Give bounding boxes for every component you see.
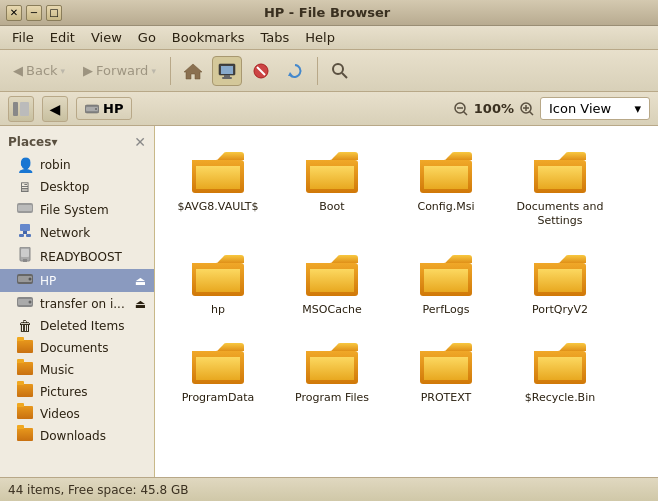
minimize-button[interactable]: − xyxy=(26,5,42,21)
main-area: Places ▾ ✕ 👤 robin 🖥 Desktop File System xyxy=(0,126,658,477)
sidebar-item-transfer[interactable]: transfer on i... ⏏ xyxy=(0,292,154,315)
sidebar-item-documents[interactable]: Documents xyxy=(0,337,154,359)
sidebar-label-music: Music xyxy=(40,363,74,377)
forward-arrow-icon: ▶ xyxy=(83,63,93,78)
back-label: Back xyxy=(26,63,58,78)
network-icon xyxy=(16,224,34,241)
file-label: hp xyxy=(211,303,225,317)
menu-help[interactable]: Help xyxy=(297,28,343,47)
maximize-button[interactable]: □ xyxy=(46,5,62,21)
statusbar: 44 items, Free space: 45.8 GB xyxy=(0,477,658,501)
sidebar-item-pictures[interactable]: Pictures xyxy=(0,381,154,403)
sidebar-label-pictures: Pictures xyxy=(40,385,88,399)
folder-icon xyxy=(530,249,590,297)
sidebar-item-music[interactable]: Music xyxy=(0,359,154,381)
menu-file[interactable]: File xyxy=(4,28,42,47)
folder-icon xyxy=(530,146,590,194)
folder-svg xyxy=(188,146,248,196)
file-item[interactable]: Program Files xyxy=(277,329,387,413)
sidebar-toggle-button[interactable] xyxy=(8,96,34,122)
toolbar: ◀ Back ▾ ▶ Forward ▾ xyxy=(0,50,658,92)
file-label: Documents and Settings xyxy=(510,200,610,229)
music-folder-icon xyxy=(16,362,34,378)
svg-line-16 xyxy=(463,111,467,115)
sidebar-item-readyboost[interactable]: READYBOOST xyxy=(0,244,154,269)
file-item[interactable]: Config.Msi xyxy=(391,138,501,237)
file-item[interactable]: ProgramData xyxy=(163,329,273,413)
sidebar-item-robin[interactable]: 👤 robin xyxy=(0,154,154,176)
menu-go[interactable]: Go xyxy=(130,28,164,47)
sidebar-item-desktop[interactable]: 🖥 Desktop xyxy=(0,176,154,198)
folder-svg xyxy=(302,249,362,299)
file-item[interactable]: PerfLogs xyxy=(391,241,501,325)
folder-svg xyxy=(416,146,476,196)
forward-button[interactable]: ▶ Forward ▾ xyxy=(76,58,163,83)
folder-icon xyxy=(302,337,362,385)
sidebar-item-filesystem[interactable]: File System xyxy=(0,198,154,221)
file-item[interactable]: Documents and Settings xyxy=(505,138,615,237)
sidebar-item-hp[interactable]: HP ⏏ xyxy=(0,269,154,292)
back-dropdown-icon: ▾ xyxy=(61,66,66,76)
file-item[interactable]: $Recycle.Bin xyxy=(505,329,615,413)
menu-tabs[interactable]: Tabs xyxy=(252,28,297,47)
file-item[interactable]: MSOCache xyxy=(277,241,387,325)
stop-button[interactable] xyxy=(246,56,276,86)
menu-bookmarks[interactable]: Bookmarks xyxy=(164,28,253,47)
sidebar-item-deleted[interactable]: 🗑 Deleted Items xyxy=(0,315,154,337)
file-item[interactable]: PROTEXT xyxy=(391,329,501,413)
stop-icon xyxy=(252,62,270,80)
view-select-label: Icon View xyxy=(549,101,611,116)
breadcrumb-hp[interactable]: HP xyxy=(76,97,132,120)
nav-prev-icon: ◀ xyxy=(50,101,61,117)
svg-rect-27 xyxy=(26,234,31,237)
file-item[interactable]: PortQryV2 xyxy=(505,241,615,325)
file-label: $Recycle.Bin xyxy=(525,391,595,405)
close-button[interactable]: ✕ xyxy=(6,5,22,21)
sep2 xyxy=(317,57,318,85)
svg-marker-7 xyxy=(288,72,293,76)
breadcrumb-label: HP xyxy=(103,101,123,116)
sidebar-label-transfer: transfer on i... xyxy=(40,297,125,311)
view-select[interactable]: Icon View ▾ xyxy=(540,97,650,120)
folder-icon xyxy=(188,146,248,194)
sidebar-item-network[interactable]: Network xyxy=(0,221,154,244)
sidebar-label-downloads: Downloads xyxy=(40,429,106,443)
sidebar-item-videos[interactable]: Videos xyxy=(0,403,154,425)
zoom-out-icon[interactable] xyxy=(454,102,468,116)
home-icon xyxy=(183,62,203,80)
menu-edit[interactable]: Edit xyxy=(42,28,83,47)
forward-label: Forward xyxy=(96,63,148,78)
sidebar-toggle-icon xyxy=(13,102,29,116)
menu-view[interactable]: View xyxy=(83,28,130,47)
svg-rect-23 xyxy=(18,205,32,211)
sidebar-label-readyboost: READYBOOST xyxy=(40,250,122,264)
downloads-folder-icon xyxy=(16,428,34,444)
reload-button[interactable] xyxy=(280,56,310,86)
zoom-in-icon[interactable] xyxy=(520,102,534,116)
file-item[interactable]: $AVG8.VAULT$ xyxy=(163,138,273,237)
hp-eject-icon: ⏏ xyxy=(135,274,146,288)
places-arrow: ▾ xyxy=(51,135,57,149)
file-item[interactable]: hp xyxy=(163,241,273,325)
status-text: 44 items, Free space: 45.8 GB xyxy=(8,483,188,497)
sidebar: Places ▾ ✕ 👤 robin 🖥 Desktop File System xyxy=(0,126,155,477)
back-button[interactable]: ◀ Back ▾ xyxy=(6,58,72,83)
folder-icon xyxy=(416,249,476,297)
svg-rect-24 xyxy=(20,224,30,231)
svg-rect-2 xyxy=(221,66,233,74)
sidebar-label-deleted: Deleted Items xyxy=(40,319,124,333)
home-button[interactable] xyxy=(178,56,208,86)
computer-button[interactable] xyxy=(212,56,242,86)
search-button[interactable] xyxy=(325,56,355,86)
menubar: File Edit View Go Bookmarks Tabs Help xyxy=(0,26,658,50)
nav-prev-button[interactable]: ◀ xyxy=(42,96,68,122)
file-label: MSOCache xyxy=(302,303,361,317)
sidebar-label-videos: Videos xyxy=(40,407,80,421)
file-item[interactable]: Boot xyxy=(277,138,387,237)
sidebar-item-downloads[interactable]: Downloads xyxy=(0,425,154,447)
drive-icon xyxy=(85,103,99,115)
file-label: $AVG8.VAULT$ xyxy=(177,200,258,214)
sidebar-close-icon[interactable]: ✕ xyxy=(134,134,146,150)
folder-svg xyxy=(416,249,476,299)
file-label: PerfLogs xyxy=(423,303,470,317)
